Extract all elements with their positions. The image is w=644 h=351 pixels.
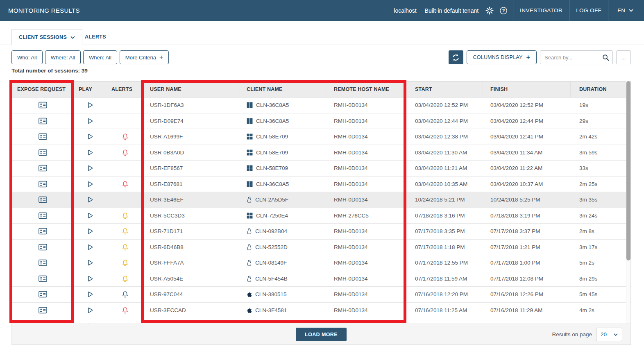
table-row[interactable]: USR-5CC3D3 CLN-7250E4 RMH-276CC5 07/18/2… <box>12 208 630 224</box>
table-row[interactable]: USR-E87681 CLN-36C8A5 RMH-0D0134 03/04/2… <box>12 177 630 192</box>
expose-request-icon[interactable] <box>39 133 47 140</box>
play-cell <box>73 97 106 113</box>
tab-alerts[interactable]: ALERTS <box>85 29 106 45</box>
table-row[interactable]: USR-71D171 CLN-092B04 RMH-0D0134 07/17/2… <box>12 224 630 240</box>
alert-bell-icon[interactable] <box>122 228 129 235</box>
vertical-scrollbar[interactable] <box>626 81 630 324</box>
remote-host-cell: RMH-0D0134 <box>326 97 405 113</box>
investigator-link[interactable]: INVESTIGATOR <box>513 0 569 21</box>
alert-bell-icon[interactable] <box>122 307 129 314</box>
start-time: 03/04/2020 12:52 PM <box>415 102 468 108</box>
remote-host-name: RMH-0D0134 <box>334 276 368 282</box>
play-icon[interactable] <box>86 275 93 282</box>
table-row[interactable]: USR-D09E74 CLN-36C8A5 RMH-0D0134 03/04/2… <box>12 113 630 129</box>
expose-request-icon[interactable] <box>39 259 47 266</box>
load-more-button[interactable]: LOAD MORE <box>296 328 347 341</box>
alert-bell-icon[interactable] <box>122 275 129 282</box>
play-icon[interactable] <box>86 149 93 156</box>
play-icon[interactable] <box>86 181 93 188</box>
client-name: CLN-08149F <box>255 260 287 266</box>
play-icon[interactable] <box>86 244 93 251</box>
help-icon[interactable] <box>499 6 508 15</box>
tab-client-sessions[interactable]: CLIENT SESSIONS <box>11 29 82 45</box>
filter-where-button[interactable]: Where: All <box>45 50 81 64</box>
play-icon[interactable] <box>86 196 93 203</box>
remote-host-name: RMH-0D0134 <box>334 149 368 156</box>
tabs-divider <box>0 45 644 45</box>
client-name-cell: CLN-58E709 <box>240 145 326 161</box>
expose-request-icon[interactable] <box>39 275 47 282</box>
play-icon[interactable] <box>86 102 93 109</box>
alert-bell-icon[interactable] <box>122 133 129 140</box>
expose-request-cell <box>12 240 73 255</box>
play-cell <box>73 240 106 255</box>
expose-request-icon[interactable] <box>39 196 47 203</box>
chevron-down-icon <box>70 36 75 39</box>
remote-host-name: RMH-0D0134 <box>334 181 368 187</box>
start-cell: 07/17/2018 3:35 PM <box>405 224 483 239</box>
more-criteria-button[interactable]: More Criteria + <box>120 50 169 64</box>
scrollbar-thumb[interactable] <box>626 81 630 260</box>
table-row[interactable]: USR-A5054E CLN-5F454B RMH-0D0134 07/17/2… <box>12 271 630 287</box>
client-name-cell: CLN-5F454B <box>240 271 326 287</box>
play-cell <box>73 192 106 208</box>
expose-request-icon[interactable] <box>39 291 47 298</box>
play-icon[interactable] <box>86 259 93 266</box>
language-selector[interactable]: EN <box>608 0 644 21</box>
user-name: USR-D09E74 <box>150 118 184 124</box>
expose-request-icon[interactable] <box>39 181 47 188</box>
client-name: CLN-092B04 <box>255 228 287 234</box>
columns-display-button[interactable]: COLUMNS DISPLAY + <box>467 50 537 64</box>
alert-bell-icon[interactable] <box>122 181 129 188</box>
filter-who-button[interactable]: Who: All <box>11 50 43 64</box>
duration-cell: 33s <box>571 161 630 176</box>
topbar-right: localhost Built-in default tenant INVEST… <box>394 0 644 21</box>
expose-request-icon[interactable] <box>39 244 47 251</box>
table-row[interactable]: USR-3E46EF CLN-2A5D5F RMH-0D0134 10/24/2… <box>12 192 630 208</box>
play-icon[interactable] <box>86 291 93 298</box>
table-row[interactable]: USR-A1699F CLN-58E709 RMH-0D0134 03/04/2… <box>12 129 630 145</box>
tenant-label: Built-in default tenant <box>425 7 479 14</box>
play-cell <box>73 318 106 324</box>
refresh-button[interactable] <box>449 50 463 64</box>
settings-gear-icon[interactable] <box>485 6 494 15</box>
results-per-page-select[interactable]: 20 <box>596 328 622 341</box>
filter-label: Where: All <box>51 54 75 61</box>
table-row[interactable]: USR-97C044 CLN-380515 RMH-0D0134 07/16/2… <box>12 287 630 303</box>
expose-request-icon[interactable] <box>39 102 47 109</box>
table-row[interactable]: USR-FFFA7A CLN-08149F RMH-0D0134 07/17/2… <box>12 255 630 271</box>
finish-time: 03/04/2020 12:41 PM <box>490 134 543 140</box>
alert-bell-icon[interactable] <box>122 259 129 266</box>
play-icon[interactable] <box>86 165 93 172</box>
remote-host-cell: RMH-276CC5 <box>326 208 405 224</box>
table-row[interactable]: USR-EF8567 CLN-58E709 RMH-0D0134 03/04/2… <box>12 161 630 177</box>
user-name-cell: USR-A5054E <box>144 271 240 287</box>
logoff-link[interactable]: LOG OFF <box>569 0 608 21</box>
table-row[interactable]: USR-3ECCAD CLN-3F4581 RMH-0D0134 07/16/2… <box>12 303 630 319</box>
remote-host-name: RMH-0D0134 <box>334 197 368 203</box>
alert-bell-icon[interactable] <box>122 149 129 156</box>
filter-when-button[interactable]: When: All <box>83 50 117 64</box>
expose-request-icon[interactable] <box>39 307 47 314</box>
expose-request-icon[interactable] <box>39 165 47 172</box>
alert-bell-icon[interactable] <box>122 244 129 251</box>
table-row[interactable]: USR-1DF6A3 CLN-36C8A5 RMH-0D0134 03/04/2… <box>12 97 630 113</box>
play-icon[interactable] <box>86 212 93 219</box>
expose-request-icon[interactable] <box>39 149 47 156</box>
search-input[interactable] <box>540 51 612 64</box>
expose-request-icon[interactable] <box>39 212 47 219</box>
table-row[interactable]: USR-6D46B8 CLN-52552D RMH-0D0134 07/17/2… <box>12 240 630 256</box>
alert-bell-icon[interactable] <box>122 212 129 219</box>
play-icon[interactable] <box>86 307 93 314</box>
play-icon[interactable] <box>86 118 93 125</box>
expose-request-icon[interactable] <box>39 118 47 125</box>
play-icon[interactable] <box>86 228 93 235</box>
play-icon[interactable] <box>86 133 93 140</box>
expose-request-icon[interactable] <box>39 228 47 235</box>
more-options-button[interactable]: ... <box>616 50 631 64</box>
table-row[interactable]: USR-0B3A0D CLN-58E709 RMH-0D0134 03/04/2… <box>12 145 630 161</box>
sessions-summary: Total number of sessions: 39 <box>11 68 88 74</box>
user-name: USR-5CC3D3 <box>150 213 185 219</box>
alert-bell-icon[interactable] <box>122 291 129 298</box>
start-cell: 03/04/2020 12:52 PM <box>405 97 483 113</box>
